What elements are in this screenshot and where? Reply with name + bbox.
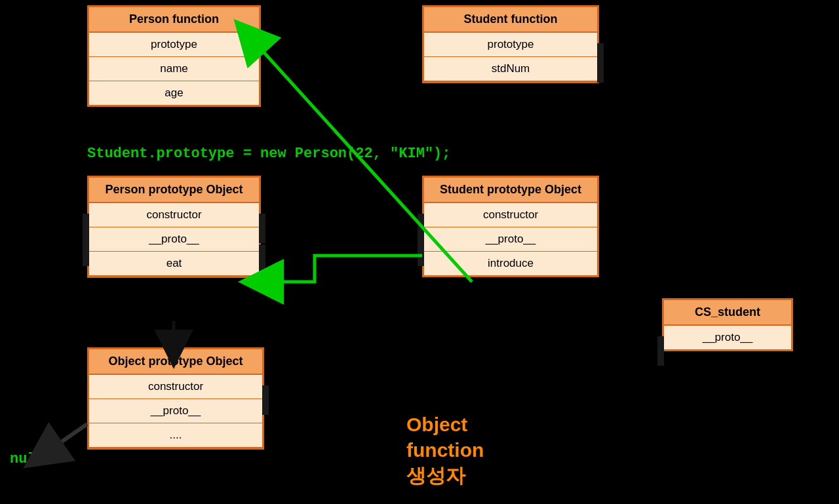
svg-line-2 [43, 424, 87, 455]
null-label: null [10, 451, 45, 467]
person-proto-row-1: __proto__ [89, 227, 259, 252]
student-function-header: Student function [424, 7, 597, 33]
student-proto-row-2: introduce [424, 252, 597, 275]
student-func-row-1: stdNum [424, 57, 597, 81]
person-func-row-0: prototype [89, 33, 259, 57]
cs-student-header: CS_student [664, 300, 791, 326]
obj-proto-row-2: .... [89, 423, 262, 448]
object-prototype-box: Object prototype Object constructor __pr… [87, 347, 264, 450]
obj-proto-row-1: __proto__ [89, 399, 262, 423]
person-function-header: Person function [89, 7, 259, 33]
person-proto-row-0: constructor [89, 203, 259, 227]
student-func-row-0: prototype [424, 33, 597, 57]
cs-student-row-0: __proto__ [664, 326, 791, 349]
person-proto-row-2: eat [89, 252, 259, 276]
person-function-box: Person function prototype name age [87, 5, 261, 107]
obj-proto-row-0: constructor [89, 375, 262, 399]
student-function-box: Student function prototype stdNum [422, 5, 599, 83]
person-prototype-header: Person prototype Object [89, 178, 259, 203]
object-function-label: Objectfunction생성자 [406, 412, 484, 488]
person-prototype-box: Person prototype Object constructor __pr… [87, 176, 261, 278]
student-prototype-box: Student prototype Object constructor __p… [422, 176, 599, 277]
student-proto-row-0: constructor [424, 203, 597, 227]
student-proto-row-1: __proto__ [424, 227, 597, 252]
code-text: Student.prototype = new Person(22, "KIM"… [87, 145, 451, 162]
student-prototype-header: Student prototype Object [424, 178, 597, 203]
person-func-row-1: name [89, 57, 259, 81]
cs-student-box: CS_student __proto__ [662, 298, 793, 351]
object-prototype-header: Object prototype Object [89, 349, 262, 375]
person-func-row-2: age [89, 81, 259, 105]
